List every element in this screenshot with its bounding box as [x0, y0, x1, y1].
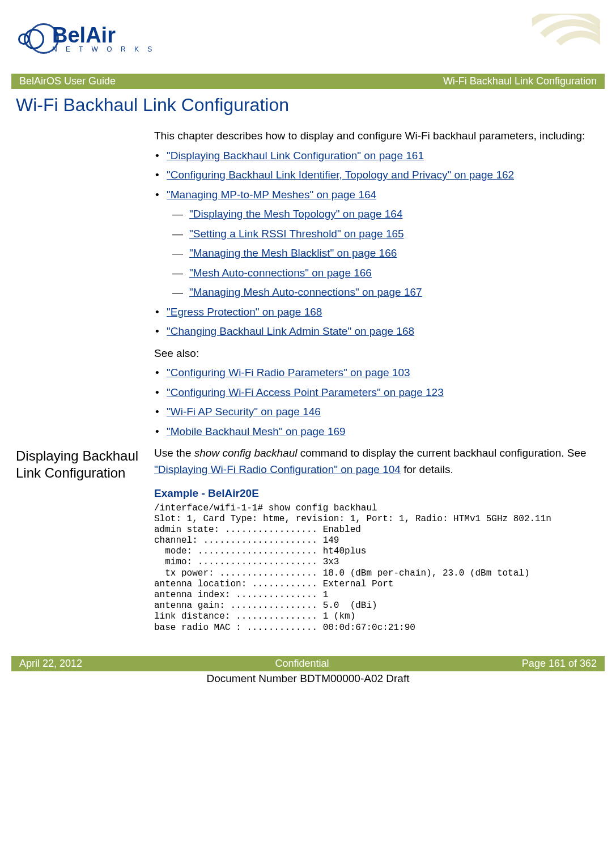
terminal-output: /interface/wifi-1-1# show config backhau…	[154, 503, 600, 633]
xref-link[interactable]: "Configuring Wi-Fi Radio Parameters" on …	[167, 367, 410, 378]
example-title: Example - BelAir20E	[154, 486, 600, 502]
page-title: Wi-Fi Backhaul Link Configuration	[16, 95, 600, 116]
header-bar-left: BelAirOS User Guide	[19, 75, 116, 87]
header-bar-right: Wi-Fi Backhaul Link Configuration	[443, 75, 597, 87]
xref-link[interactable]: "Changing Backhaul Link Admin State" on …	[167, 325, 414, 337]
brand-name: BelAir	[52, 24, 155, 46]
xref-link[interactable]: "Setting a Link RSSI Threshold" on page …	[189, 228, 404, 240]
intro-text: This chapter describes how to display an…	[154, 128, 600, 144]
xref-link[interactable]: "Wi-Fi AP Security" on page 146	[167, 406, 321, 418]
xref-link[interactable]: "Displaying Backhaul Link Configuration"…	[167, 150, 424, 161]
brand-logo: BelAir N E T W O R K S	[16, 21, 155, 56]
document-number: Document Number BDTM00000-A02 Draft	[16, 672, 600, 685]
xref-link[interactable]: "Managing the Mesh Blacklist" on page 16…	[189, 247, 397, 259]
xref-link[interactable]: "Displaying Wi-Fi Radio Configuration" o…	[154, 463, 401, 475]
footer-date: April 22, 2012	[19, 658, 82, 670]
xref-link[interactable]: "Managing MP-to-MP Meshes" on page 164	[167, 189, 376, 201]
xref-link[interactable]: "Configuring Backhaul Link Identifier, T…	[167, 169, 514, 181]
xref-link[interactable]: "Mesh Auto-connections" on page 166	[189, 267, 372, 279]
footer-bar: April 22, 2012 Confidential Page 161 of …	[11, 656, 605, 671]
xref-link[interactable]: "Mobile Backhaul Mesh" on page 169	[167, 425, 346, 437]
section-heading: Displaying Backhaul Link Configuration	[16, 448, 146, 482]
brand-logo-icon	[16, 21, 51, 56]
xref-link[interactable]: "Managing Mesh Auto-connections" on page…	[189, 286, 422, 298]
header-bar: BelAirOS User Guide Wi-Fi Backhaul Link …	[11, 74, 605, 89]
brand-subtitle: N E T W O R K S	[52, 46, 155, 53]
footer-confidentiality: Confidential	[275, 658, 329, 670]
xref-link[interactable]: "Egress Protection" on page 168	[167, 306, 322, 318]
decorative-watermark-icon	[532, 14, 600, 63]
xref-link[interactable]: "Configuring Wi-Fi Access Point Paramete…	[167, 386, 444, 398]
section-paragraph: Use the show config backhaul command to …	[154, 445, 600, 478]
command-name: show config backhaul	[194, 447, 298, 459]
footer-page-number: Page 161 of 362	[522, 658, 597, 670]
xref-link[interactable]: "Displaying the Mesh Topology" on page 1…	[189, 208, 403, 220]
see-also-label: See also:	[154, 346, 600, 362]
